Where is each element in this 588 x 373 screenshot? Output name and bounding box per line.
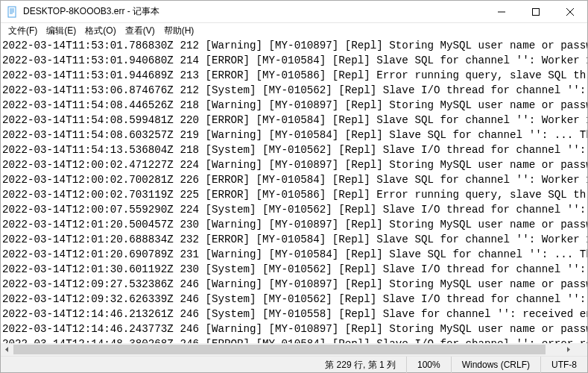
- log-line[interactable]: 2022-03-14T11:54:13.536804Z 218 [System]…: [2, 142, 586, 157]
- menu-view[interactable]: 查看(V): [121, 23, 159, 38]
- status-zoom: 100%: [406, 357, 451, 373]
- svg-marker-9: [5, 347, 8, 352]
- status-encoding: UTF-8: [540, 357, 587, 373]
- log-line[interactable]: 2022-03-14T12:14:48.380268Z 246 [ERROR] …: [2, 336, 586, 343]
- close-button[interactable]: [553, 1, 587, 23]
- log-line[interactable]: 2022-03-14T12:00:07.559290Z 224 [System]…: [2, 202, 586, 217]
- scroll-left-button[interactable]: [1, 343, 13, 356]
- log-line[interactable]: 2022-03-14T11:53:01.786830Z 212 [Warning…: [2, 38, 586, 53]
- statusbar: 第 229 行, 第 1 列 100% Windows (CRLF) UTF-8: [1, 356, 587, 372]
- log-line[interactable]: 2022-03-14T12:01:20.500457Z 230 [Warning…: [2, 217, 586, 232]
- editor-area: 2022-03-14T11:53:01.786830Z 212 [Warning…: [1, 38, 587, 356]
- menu-edit[interactable]: 编辑(E): [42, 23, 80, 38]
- menu-help[interactable]: 帮助(H): [159, 23, 199, 38]
- log-line[interactable]: 2022-03-14T12:00:02.700281Z 226 [ERROR] …: [2, 172, 586, 187]
- log-line[interactable]: 2022-03-14T12:14:46.213261Z 246 [System]…: [2, 307, 586, 322]
- status-position: 第 229 行, 第 1 列: [314, 357, 406, 373]
- window-title: DESKTOP-8KOOOB3.err - 记事本: [23, 5, 159, 18]
- log-line[interactable]: 2022-03-14T12:00:02.703119Z 225 [ERROR] …: [2, 187, 586, 202]
- svg-rect-6: [533, 8, 540, 15]
- log-line[interactable]: 2022-03-14T12:09:32.626339Z 246 [System]…: [2, 292, 586, 307]
- log-line[interactable]: 2022-03-14T11:53:01.940680Z 214 [ERROR] …: [2, 53, 586, 68]
- log-line[interactable]: 2022-03-14T11:54:08.446526Z 218 [Warning…: [2, 98, 586, 113]
- log-line[interactable]: 2022-03-14T11:53:06.874676Z 212 [System]…: [2, 83, 586, 98]
- log-line[interactable]: 2022-03-14T11:54:08.599481Z 220 [ERROR] …: [2, 113, 586, 128]
- log-line[interactable]: 2022-03-14T12:00:02.471227Z 224 [Warning…: [2, 157, 586, 172]
- status-eol: Windows (CRLF): [451, 357, 540, 373]
- titlebar[interactable]: DESKTOP-8KOOOB3.err - 记事本: [1, 1, 587, 23]
- notepad-window: DESKTOP-8KOOOB3.err - 记事本 文件(F) 编辑(E) 格式…: [0, 0, 588, 373]
- log-line[interactable]: 2022-03-14T12:01:30.601192Z 230 [System]…: [2, 262, 586, 277]
- scroll-right-button[interactable]: [562, 343, 575, 356]
- menu-format[interactable]: 格式(O): [80, 23, 120, 38]
- text-content[interactable]: 2022-03-14T11:53:01.786830Z 212 [Warning…: [1, 38, 587, 343]
- menubar: 文件(F) 编辑(E) 格式(O) 查看(V) 帮助(H): [1, 23, 587, 38]
- scroll-track[interactable]: [13, 343, 562, 356]
- scroll-thumb[interactable]: [13, 345, 546, 354]
- horizontal-scrollbar[interactable]: [1, 343, 575, 356]
- log-line[interactable]: 2022-03-14T11:54:08.603257Z 219 [Warning…: [2, 128, 586, 142]
- maximize-button[interactable]: [519, 1, 553, 23]
- scrollbar-corner: [575, 343, 587, 356]
- log-line[interactable]: 2022-03-14T12:01:20.690789Z 231 [Warning…: [2, 247, 586, 262]
- app-icon: [7, 6, 19, 18]
- log-line[interactable]: 2022-03-14T11:53:01.944689Z 213 [ERROR] …: [2, 68, 586, 83]
- minimize-button[interactable]: [484, 1, 519, 23]
- svg-marker-10: [567, 347, 570, 352]
- log-line[interactable]: 2022-03-14T12:14:46.243773Z 246 [Warning…: [2, 322, 586, 336]
- menu-file[interactable]: 文件(F): [4, 23, 42, 38]
- log-line[interactable]: 2022-03-14T12:09:27.532386Z 246 [Warning…: [2, 277, 586, 292]
- log-line[interactable]: 2022-03-14T12:01:20.688834Z 232 [ERROR] …: [2, 232, 586, 247]
